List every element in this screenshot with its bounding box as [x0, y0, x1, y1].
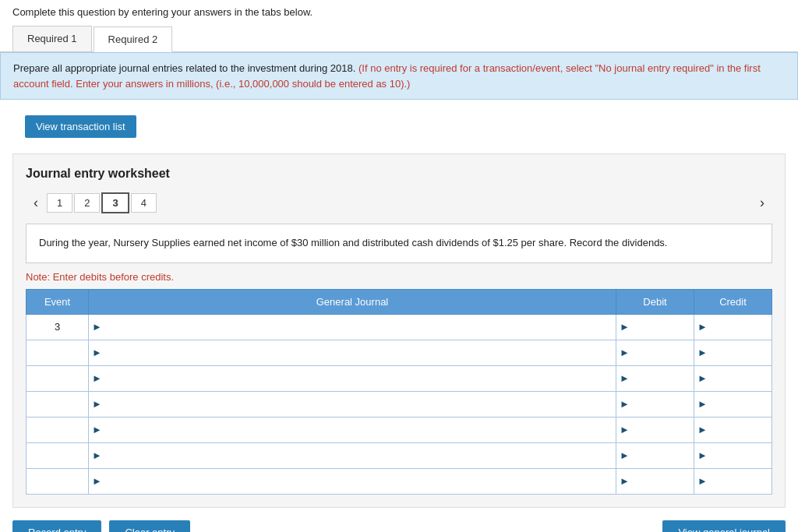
event-cell-3 [26, 365, 89, 391]
credit-cell-1[interactable]: ► [694, 314, 772, 340]
credit-cell-4[interactable]: ► [694, 391, 772, 417]
journal-input-4[interactable] [104, 392, 616, 417]
credit-cell-2[interactable]: ► [694, 340, 772, 365]
credit-arrow-4: ► [694, 398, 709, 410]
credit-arrow-6: ► [694, 449, 709, 461]
event-cell-5 [26, 417, 89, 442]
debit-cell-3[interactable]: ► [616, 365, 694, 391]
credit-cell-5[interactable]: ► [694, 417, 772, 442]
journal-cell-3[interactable]: ► [89, 365, 616, 391]
debit-input-1[interactable] [631, 315, 694, 340]
prev-page-arrow[interactable]: ‹ [26, 192, 46, 214]
journal-cell-2[interactable]: ► [89, 340, 616, 365]
event-cell-1: 3 [26, 314, 89, 340]
credit-input-4[interactable] [709, 392, 772, 417]
table-row: ► ► ► [26, 340, 772, 365]
debit-input-2[interactable] [631, 340, 694, 365]
page-1[interactable]: 1 [47, 193, 72, 213]
debit-input-7[interactable] [631, 469, 694, 494]
row-arrow-3: ► [89, 372, 104, 384]
event-cell-7 [26, 468, 89, 494]
table-row: 3 ► ► ► [26, 314, 772, 340]
row-arrow-6: ► [89, 449, 104, 461]
journal-cell-5[interactable]: ► [89, 417, 616, 442]
journal-cell-7[interactable]: ► [89, 468, 616, 494]
credit-cell-3[interactable]: ► [694, 365, 772, 391]
event-cell-2 [26, 340, 89, 365]
row-arrow-4: ► [89, 398, 104, 410]
page-3[interactable]: 3 [101, 192, 129, 213]
debit-arrow-3: ► [616, 372, 631, 384]
clear-entry-button[interactable]: Clear entry [109, 520, 190, 532]
table-row: ► ► ► [26, 442, 772, 468]
tabs-bar: Required 1 Required 2 [0, 26, 798, 52]
col-credit: Credit [694, 289, 772, 314]
debit-input-4[interactable] [631, 392, 694, 417]
record-entry-button[interactable]: Record entry [12, 520, 101, 532]
debit-cell-6[interactable]: ► [616, 442, 694, 468]
debit-arrow-2: ► [616, 347, 631, 358]
top-instruction: Complete this question by entering your … [0, 0, 798, 26]
view-transaction-button[interactable]: View transaction list [25, 115, 136, 138]
credit-cell-6[interactable]: ► [694, 442, 772, 468]
credit-input-2[interactable] [709, 340, 772, 365]
bottom-buttons: Record entry Clear entry View general jo… [0, 520, 798, 532]
row-arrow-5: ► [89, 424, 104, 435]
credit-arrow-3: ► [694, 372, 709, 384]
worksheet-container: Journal entry worksheet ‹ 1 2 3 4 › Duri… [12, 153, 786, 508]
page-2[interactable]: 2 [74, 193, 100, 213]
journal-cell-4[interactable]: ► [89, 391, 616, 417]
credit-input-7[interactable] [709, 469, 772, 494]
journal-input-1[interactable] [104, 315, 616, 340]
tab-required1[interactable]: Required 1 [12, 26, 92, 51]
debit-cell-2[interactable]: ► [616, 340, 694, 365]
col-general-journal: General Journal [89, 289, 616, 314]
next-page-arrow[interactable]: › [752, 192, 772, 214]
debit-input-6[interactable] [631, 443, 694, 468]
debit-input-5[interactable] [631, 417, 694, 442]
table-row: ► ► ► [26, 417, 772, 442]
event-cell-6 [26, 442, 89, 468]
credit-cell-7[interactable]: ► [694, 468, 772, 494]
table-row: ► ► ► [26, 468, 772, 494]
journal-input-5[interactable] [104, 417, 616, 442]
table-row: ► ► ► [26, 365, 772, 391]
debit-arrow-4: ► [616, 398, 631, 410]
debit-cell-1[interactable]: ► [616, 314, 694, 340]
journal-cell-6[interactable]: ► [89, 442, 616, 468]
journal-cell-1[interactable]: ► [89, 314, 616, 340]
credit-arrow-2: ► [694, 347, 709, 358]
journal-table: Event General Journal Debit Credit 3 ► [26, 289, 772, 495]
row-arrow-7: ► [89, 475, 104, 487]
col-event: Event [26, 289, 89, 314]
worksheet-title: Journal entry worksheet [26, 167, 772, 181]
journal-input-2[interactable] [104, 340, 616, 365]
debit-cell-5[interactable]: ► [616, 417, 694, 442]
event-cell-4 [26, 391, 89, 417]
debit-arrow-1: ► [616, 321, 631, 333]
pagination: ‹ 1 2 3 4 › [26, 192, 772, 214]
debit-arrow-7: ► [616, 475, 631, 487]
tab-required2[interactable]: Required 2 [94, 26, 173, 52]
page-4[interactable]: 4 [131, 193, 157, 213]
table-row: ► ► ► [26, 391, 772, 417]
debit-input-3[interactable] [631, 366, 694, 391]
row-arrow-1: ► [89, 321, 104, 333]
debit-arrow-5: ► [616, 424, 631, 435]
credit-arrow-7: ► [694, 475, 709, 487]
row-arrow-2: ► [89, 347, 104, 358]
view-general-journal-button[interactable]: View general journal [662, 520, 786, 532]
info-box: Prepare all appropriate journal entries … [0, 52, 798, 100]
credit-input-6[interactable] [709, 443, 772, 468]
credit-input-5[interactable] [709, 417, 772, 442]
credit-input-3[interactable] [709, 366, 772, 391]
debit-cell-4[interactable]: ► [616, 391, 694, 417]
journal-input-3[interactable] [104, 366, 616, 391]
journal-input-6[interactable] [104, 443, 616, 468]
debit-cell-7[interactable]: ► [616, 468, 694, 494]
credit-arrow-5: ► [694, 424, 709, 435]
credit-input-1[interactable] [709, 315, 772, 340]
info-main-text: Prepare all appropriate journal entries … [13, 62, 355, 74]
journal-input-7[interactable] [104, 469, 616, 494]
note-text: Note: Enter debits before credits. [26, 271, 772, 283]
